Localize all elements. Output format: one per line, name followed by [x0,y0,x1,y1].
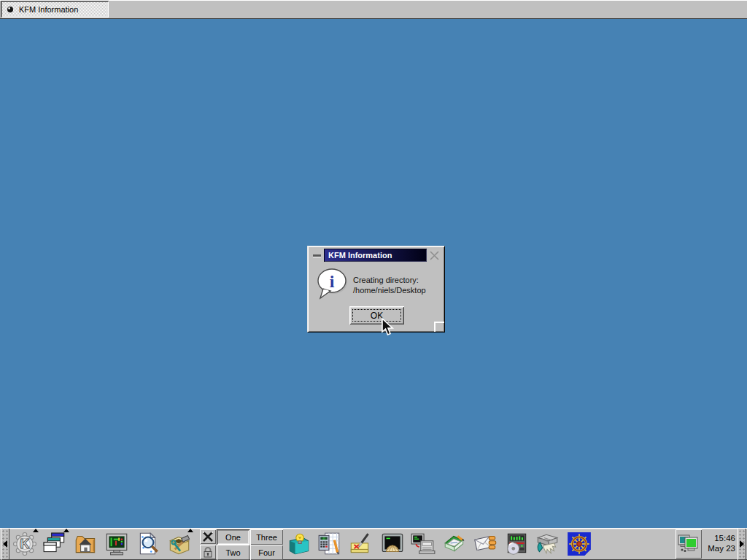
svg-text:K: K [20,537,30,551]
control-center-button[interactable] [104,531,130,557]
help-book-icon [286,531,312,557]
logout-button[interactable] [200,529,216,544]
control-center-icon [104,531,130,557]
find-files-button[interactable] [136,531,162,557]
calculator-button[interactable]: 43 [317,531,343,557]
dialog-message: Creating directory: /home/niels/Desktop [353,275,426,295]
dual-monitors-icon [676,529,702,559]
clock-applet[interactable]: 15:46 May 23 [699,533,735,553]
svg-text:i: i [330,272,335,291]
popup-arrow-icon [63,529,69,532]
minimize-icon [313,254,321,257]
task-button-label: KFM Information [19,5,78,14]
resize-grip[interactable] [434,322,444,332]
ship-wheel-icon [566,531,592,557]
taskbar: KFM Information [0,0,747,19]
home-folder-button[interactable] [73,531,99,557]
pager-desktop-four[interactable]: Four [250,545,283,560]
windows-icon [42,531,69,557]
screen: { "colors": { "desktop_background": "#46… [0,0,747,560]
pager-desktop-two[interactable]: Two [217,545,249,560]
popup-arrow-icon [187,529,193,532]
home-folder-icon [73,531,99,557]
pager-label: Four [258,548,275,557]
arrow-right-icon [740,540,744,548]
pager-desktop-one[interactable]: One [217,529,249,545]
mouse-cursor [381,318,395,337]
pager-label: Three [256,533,277,542]
info-bubble-icon: i [316,267,349,300]
shredder-icon [534,531,560,557]
pager-label: One [225,533,241,542]
window-list-button[interactable] [42,531,69,557]
kde-gear-icon: K [12,531,38,557]
toolbox-icon [166,531,193,557]
shredder-button[interactable] [534,531,560,557]
ok-button[interactable]: OK [349,306,404,324]
media-player-button[interactable] [503,531,530,557]
pager-label: Two [225,548,240,557]
ship-wheel-button[interactable] [566,531,592,557]
address-book-icon [442,531,468,557]
kfm-information-dialog: KFM Information i Creating directory: /h… [307,246,445,332]
mail-button[interactable] [473,531,499,557]
computer-terminal-icon [410,531,436,557]
window-dot-icon [7,6,14,13]
toolbox-button[interactable] [166,531,193,557]
clock-date: May 23 [699,543,735,553]
panel: K [0,528,747,560]
minimize-button[interactable] [310,249,324,262]
konsole-button[interactable] [379,531,406,557]
dialog-titlebar[interactable]: KFM Information [310,249,442,262]
help-button[interactable] [286,531,312,557]
envelope-icon [473,531,499,557]
kde-menu-button[interactable]: K [12,531,38,557]
terminal-computer-button[interactable] [410,531,436,557]
notepad-pen-icon [347,531,374,557]
magnifier-document-icon [136,531,162,557]
dialog-message-line2: /home/niels/Desktop [353,285,426,295]
calculator-notepad-icon: 43 [317,531,343,557]
address-book-button[interactable] [442,531,468,557]
notes-button[interactable] [347,531,374,557]
clock-time: 15:46 [699,533,735,543]
desktop-switcher-button[interactable] [676,529,702,559]
logout-x-icon [202,532,214,542]
panel-hide-left[interactable] [1,528,9,560]
panel-hide-right[interactable] [738,528,746,560]
padlock-icon [202,546,214,558]
close-button[interactable] [427,249,442,262]
pager-desktop-three[interactable]: Three [250,529,283,545]
arrow-left-icon [3,540,7,548]
svg-text:43: 43 [322,537,325,540]
terminal-shell-icon [379,531,406,557]
popup-arrow-icon [33,529,39,532]
close-icon [430,251,439,260]
lock-screen-button[interactable] [200,545,216,559]
dialog-title: KFM Information [324,249,427,262]
task-button-kfm[interactable]: KFM Information [1,1,109,18]
media-player-icon [503,531,530,557]
dialog-message-line1: Creating directory: [353,275,426,285]
